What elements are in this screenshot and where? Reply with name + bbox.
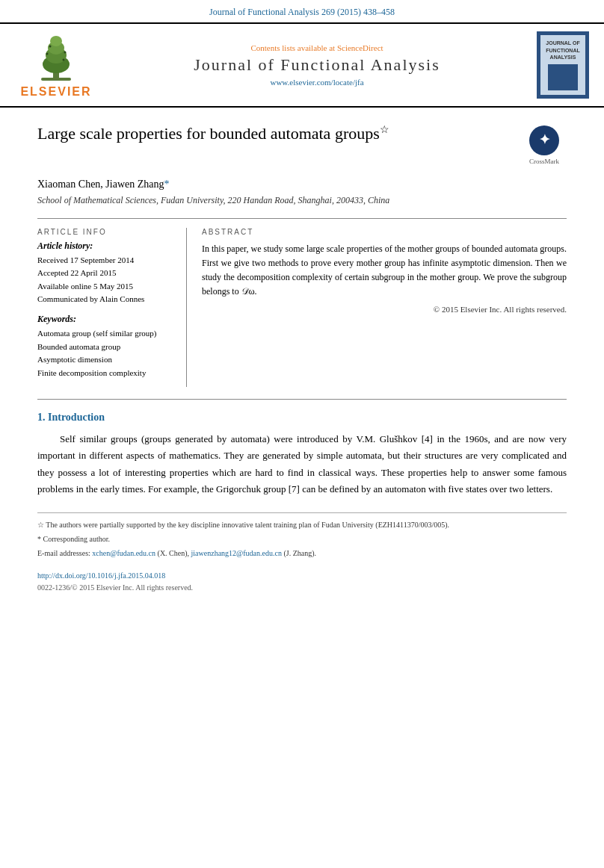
article-history-block: Article history: Received 17 September 2… — [37, 241, 174, 306]
doi-link[interactable]: http://dx.doi.org/10.1016/j.jfa.2015.04.… — [37, 571, 165, 580]
affiliation-line: School of Mathematical Sciences, Fudan U… — [37, 195, 567, 206]
author-names: Xiaoman Chen, Jiawen Zhang — [37, 179, 164, 190]
sciencedirect-line: Contents lists available at ScienceDirec… — [112, 43, 522, 52]
footnote-3: E-mail addresses: xchen@fudan.edu.cn (X.… — [37, 548, 567, 559]
main-content: Large scale properties for bounded autom… — [0, 108, 604, 609]
article-title-text: Large scale properties for bounded autom… — [37, 123, 514, 146]
journal-cover-image: JOURNAL OFFUNCTIONALANALYSIS — [537, 31, 589, 99]
crossmark-area: ✦ CrossMark — [522, 125, 567, 167]
received-date: Received 17 September 2014 — [37, 254, 174, 267]
journal-title-header: Journal of Functional Analysis — [112, 55, 522, 75]
introduction-heading: 1. Introduction — [37, 412, 567, 424]
article-title-star: ☆ — [380, 124, 389, 135]
crossmark-label: CrossMark — [529, 157, 559, 167]
abstract-text: In this paper, we study some large scale… — [202, 242, 567, 300]
intro-paragraph-1: Self similar groups (groups generated by… — [37, 431, 567, 497]
rights-line: 0022-1236/© 2015 Elsevier Inc. All right… — [37, 582, 567, 594]
journal-link-bar: Journal of Functional Analysis 269 (2015… — [0, 0, 604, 24]
journal-citation: Journal of Functional Analysis 269 (2015… — [209, 7, 395, 17]
article-info-column: ARTICLE INFO Article history: Received 1… — [37, 228, 187, 388]
elsevier-logo: ELSEVIER — [15, 31, 97, 99]
svg-point-8 — [49, 46, 52, 48]
svg-rect-1 — [41, 78, 71, 81]
keyword-2: Bounded automata group — [37, 341, 174, 354]
section-divider — [37, 399, 567, 400]
history-label: Article history: — [37, 241, 174, 252]
sciencedirect-name: ScienceDirect — [337, 43, 383, 52]
email-name-1: (X. Chen), — [158, 549, 190, 557]
article-title-section: Large scale properties for bounded autom… — [37, 123, 567, 167]
keyword-1: Automata group (self similar group) — [37, 327, 174, 341]
svg-point-5 — [50, 36, 62, 46]
svg-point-9 — [63, 59, 65, 61]
elsevier-tree-icon — [26, 31, 86, 84]
history-content: Received 17 September 2014 Accepted 22 A… — [37, 254, 174, 306]
corresponding-star: * — [164, 179, 170, 190]
svg-point-6 — [46, 53, 49, 55]
journal-url: www.elsevier.com/locate/jfa — [112, 78, 522, 87]
communicated-by: Communicated by Alain Connes — [37, 293, 174, 306]
crossmark-icon: ✦ — [529, 125, 559, 155]
keyword-3: Asymptotic dimension — [37, 353, 174, 367]
email-name-2: (J. Zhang). — [283, 549, 316, 557]
header-center: Contents lists available at ScienceDirec… — [97, 43, 537, 87]
svg-point-7 — [64, 52, 67, 54]
keywords-content: Automata group (self similar group) Boun… — [37, 327, 174, 379]
two-column-section: ARTICLE INFO Article history: Received 1… — [37, 218, 567, 388]
header-section: ELSEVIER Contents lists available at Sci… — [0, 24, 604, 108]
footnote-2: * Corresponding author. — [37, 533, 567, 545]
keywords-block: Keywords: Automata group (self similar g… — [37, 314, 174, 379]
keyword-4: Finite decomposition complexity — [37, 367, 174, 380]
abstract-column: ABSTRACT In this paper, we study some la… — [202, 228, 567, 388]
email-2[interactable]: jiawenzhang12@fudan.edu.cn — [191, 549, 282, 557]
copyright-line: © 2015 Elsevier Inc. All rights reserved… — [202, 305, 567, 314]
keywords-label: Keywords: — [37, 314, 174, 325]
email-1[interactable]: xchen@fudan.edu.cn — [92, 549, 155, 557]
bottom-doi-section: http://dx.doi.org/10.1016/j.jfa.2015.04.… — [37, 570, 567, 594]
abstract-title: ABSTRACT — [202, 228, 567, 236]
article-info-title: ARTICLE INFO — [37, 228, 174, 236]
email-label: E-mail addresses: — [37, 549, 90, 557]
authors-line: Xiaoman Chen, Jiawen Zhang* — [37, 179, 567, 190]
accepted-date: Accepted 22 April 2015 — [37, 267, 174, 280]
article-title: Large scale properties for bounded autom… — [37, 124, 380, 143]
footnote-1: ☆ The authors were partially supported b… — [37, 519, 567, 531]
page: Journal of Functional Analysis 269 (2015… — [0, 0, 604, 868]
footnotes-area: ☆ The authors were partially supported b… — [37, 512, 567, 559]
available-date: Available online 5 May 2015 — [37, 280, 174, 294]
elsevier-brand: ELSEVIER — [20, 85, 91, 99]
